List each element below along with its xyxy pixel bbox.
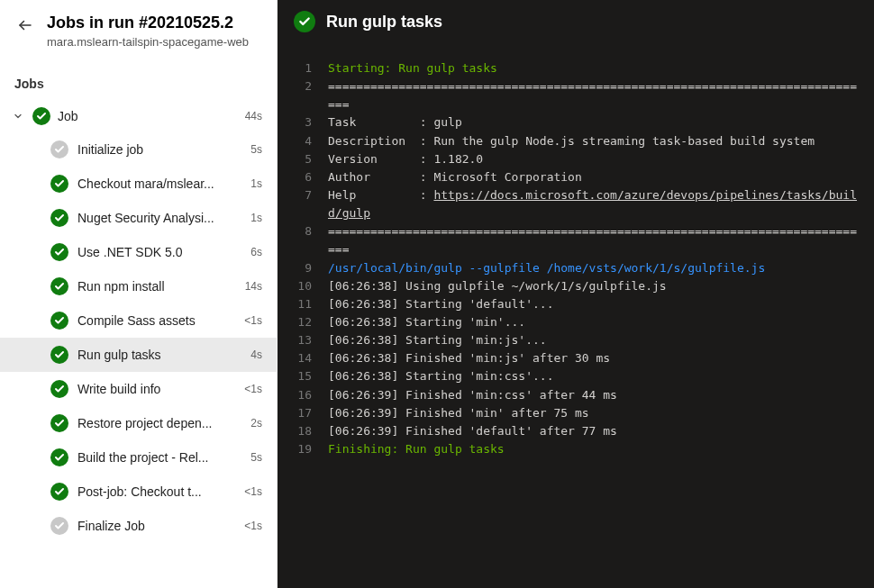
check-icon — [50, 175, 68, 193]
line-number: 2 — [278, 77, 328, 113]
back-button[interactable] — [14, 14, 36, 36]
log-text: Starting: Run gulp tasks — [328, 59, 863, 77]
check-icon — [32, 107, 50, 125]
line-number: 18 — [278, 422, 328, 440]
check-icon — [294, 11, 315, 32]
job-row[interactable]: Job 44s — [0, 100, 277, 132]
check-icon — [50, 243, 68, 261]
log-text: ========================================… — [328, 222, 863, 258]
log-text: [06:26:39] Finished 'min' after 75 ms — [328, 404, 863, 422]
job-duration: 44s — [245, 110, 262, 122]
log-text: [06:26:38] Finished 'min:js' after 30 ms — [328, 349, 863, 367]
log-title: Run gulp tasks — [326, 13, 442, 32]
task-row[interactable]: Use .NET SDK 5.06s — [0, 235, 277, 269]
log-line: 10[06:26:38] Using gulpfile ~/work/1/s/g… — [278, 277, 863, 295]
task-row[interactable]: Initialize job5s — [0, 132, 277, 167]
line-number: 6 — [278, 168, 328, 186]
log-text: [06:26:39] Finished 'default' after 77 m… — [328, 422, 863, 440]
log-text: /usr/local/bin/gulp --gulpfile /home/vst… — [328, 259, 863, 277]
log-output[interactable]: 1Starting: Run gulp tasks2==============… — [278, 43, 874, 588]
line-number: 3 — [278, 113, 328, 131]
task-row[interactable]: Run gulp tasks4s — [0, 338, 277, 372]
log-text: [06:26:38] Starting 'min:js'... — [328, 331, 863, 349]
line-number: 9 — [278, 259, 328, 277]
task-label: Run gulp tasks — [77, 348, 241, 362]
task-label: Checkout mara/mslear... — [77, 176, 241, 191]
task-row[interactable]: Run npm install14s — [0, 269, 277, 303]
log-text: Finishing: Run gulp tasks — [328, 440, 863, 458]
line-number: 1 — [278, 59, 328, 77]
check-icon — [50, 209, 68, 227]
job-tree: Job 44s Initialize job5sCheckout mara/ms… — [0, 100, 277, 588]
task-duration: 4s — [250, 348, 262, 361]
line-number: 19 — [278, 440, 328, 458]
task-label: Run npm install — [77, 279, 236, 294]
log-header: Run gulp tasks — [278, 0, 874, 43]
task-duration: 6s — [250, 246, 262, 258]
log-line: 8=======================================… — [278, 222, 863, 258]
line-number: 12 — [278, 313, 328, 331]
task-row[interactable]: Post-job: Checkout t...<1s — [0, 475, 277, 509]
log-text: Version : 1.182.0 — [328, 150, 863, 168]
line-number: 11 — [278, 295, 328, 313]
task-label: Restore project depen... — [77, 416, 241, 430]
task-duration: 5s — [250, 451, 262, 464]
log-line: 13[06:26:38] Starting 'min:js'... — [278, 331, 863, 349]
line-number: 13 — [278, 331, 328, 349]
check-icon — [50, 140, 68, 158]
task-label: Write build info — [77, 382, 235, 396]
check-icon — [50, 483, 68, 501]
check-icon — [50, 346, 68, 364]
log-line: 2=======================================… — [278, 77, 863, 113]
log-line: 18[06:26:39] Finished 'default' after 77… — [278, 422, 863, 440]
task-duration: 1s — [250, 177, 262, 190]
sidebar-header: Jobs in run #20210525.2 mara.mslearn-tai… — [0, 0, 277, 57]
log-line: 16[06:26:39] Finished 'min:css' after 44… — [278, 386, 863, 404]
task-row[interactable]: Finalize Job<1s — [0, 509, 277, 543]
line-number: 4 — [278, 132, 328, 150]
log-line: 4Description : Run the gulp Node.js stre… — [278, 132, 863, 150]
task-row[interactable]: Build the project - Rel...5s — [0, 440, 277, 475]
line-number: 5 — [278, 150, 328, 168]
section-label-jobs: Jobs — [0, 57, 277, 100]
page-subtitle[interactable]: mara.mslearn-tailspin-spacegame-web — [47, 35, 262, 50]
arrow-left-icon — [17, 17, 33, 33]
task-label: Nuget Security Analysi... — [77, 211, 241, 225]
log-text: [06:26:38] Starting 'min'... — [328, 313, 863, 331]
log-line: 14[06:26:38] Finished 'min:js' after 30 … — [278, 349, 863, 367]
task-row[interactable]: Restore project depen...2s — [0, 406, 277, 440]
log-line: 12[06:26:38] Starting 'min'... — [278, 313, 863, 331]
log-line: 7Help : https://docs.microsoft.com/azure… — [278, 186, 863, 222]
log-line: 9/usr/local/bin/gulp --gulpfile /home/vs… — [278, 259, 863, 277]
task-label: Finalize Job — [77, 519, 235, 533]
task-row[interactable]: Compile Sass assets<1s — [0, 303, 277, 338]
check-icon — [50, 448, 68, 466]
page-title: Jobs in run #20210525.2 — [47, 13, 262, 33]
log-line: 6Author : Microsoft Corporation — [278, 168, 863, 186]
log-text: [06:26:38] Starting 'min:css'... — [328, 367, 863, 385]
line-number: 16 — [278, 386, 328, 404]
task-duration: 14s — [245, 280, 262, 293]
log-line: 1Starting: Run gulp tasks — [278, 59, 863, 77]
log-link[interactable]: https://docs.microsoft.com/azure/devops/… — [328, 188, 857, 220]
task-duration: <1s — [244, 383, 262, 395]
line-number: 10 — [278, 277, 328, 295]
job-label: Job — [58, 109, 238, 123]
log-line: 3Task : gulp — [278, 113, 863, 131]
task-row[interactable]: Nuget Security Analysi...1s — [0, 201, 277, 235]
task-row[interactable]: Write build info<1s — [0, 372, 277, 406]
log-text: ========================================… — [328, 77, 863, 113]
task-label: Build the project - Rel... — [77, 450, 241, 465]
task-duration: <1s — [244, 485, 262, 498]
log-text: Help : https://docs.microsoft.com/azure/… — [328, 186, 863, 222]
task-duration: 1s — [250, 212, 262, 224]
line-number: 8 — [278, 222, 328, 258]
check-icon — [50, 414, 68, 432]
log-text: Task : gulp — [328, 113, 863, 131]
task-row[interactable]: Checkout mara/mslear...1s — [0, 167, 277, 201]
check-icon — [50, 277, 68, 295]
task-duration: <1s — [244, 520, 262, 532]
log-text: [06:26:38] Starting 'default'... — [328, 295, 863, 313]
log-pane: Run gulp tasks 1Starting: Run gulp tasks… — [278, 0, 874, 588]
log-line: 19Finishing: Run gulp tasks — [278, 440, 863, 458]
